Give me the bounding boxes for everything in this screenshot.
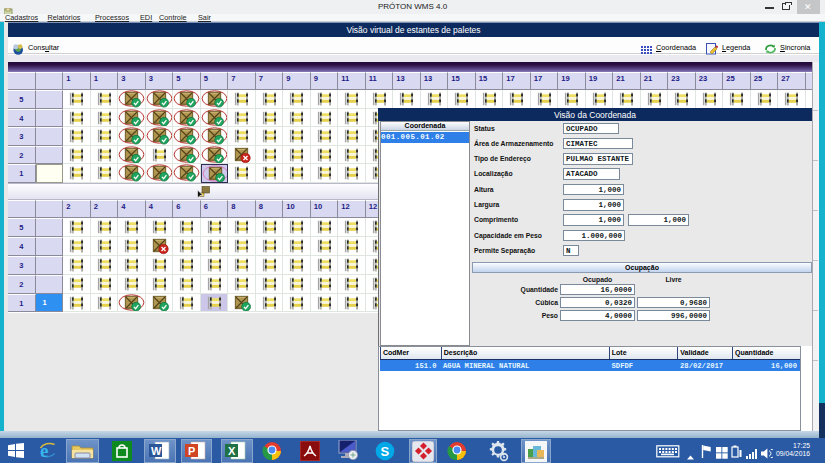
svg-text:P: P bbox=[188, 445, 195, 457]
svg-text:W: W bbox=[151, 445, 162, 457]
svg-text:S: S bbox=[381, 444, 390, 459]
svg-text:X: X bbox=[228, 445, 236, 457]
